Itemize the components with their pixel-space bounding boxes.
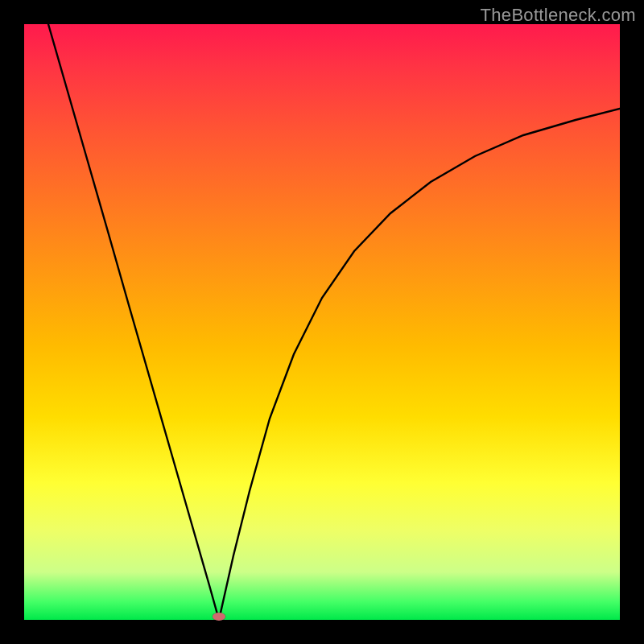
left-branch-curve (48, 24, 219, 620)
right-branch-curve (219, 109, 620, 620)
plot-area (24, 24, 620, 620)
watermark-text: TheBottleneck.com (481, 5, 636, 26)
chart-container: TheBottleneck.com (0, 0, 644, 644)
vertex-marker (213, 613, 225, 621)
curve-layer (24, 24, 620, 620)
